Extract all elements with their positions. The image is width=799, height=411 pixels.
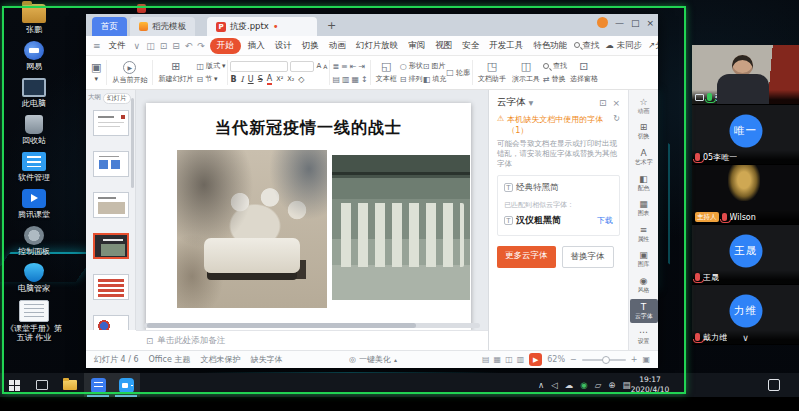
shrink-font-icon[interactable]: A (323, 63, 327, 70)
current-slide[interactable]: 当代新冠疫情一线的战士 (146, 103, 471, 330)
security-tray-icon[interactable]: ◉ (580, 380, 587, 390)
layout-button[interactable]: ◫版式▾ (196, 61, 225, 72)
action-center-icon[interactable] (768, 379, 780, 391)
underline-button[interactable]: U (248, 75, 254, 84)
share-button[interactable]: ↗分享 (648, 40, 658, 52)
paste-button[interactable]: ▣▾ (88, 57, 104, 88)
maximize-button[interactable]: □ (631, 18, 640, 28)
menu-file[interactable]: 文件 (106, 39, 129, 53)
meeting-taskbar-button[interactable] (112, 373, 140, 397)
menu-item[interactable]: 幻灯片放映 (353, 39, 402, 53)
play-from-current-button[interactable]: ▶ 从当前开始 (109, 57, 150, 88)
new-slide-button[interactable]: ⊞新建幻灯片 (155, 57, 196, 88)
menu-item[interactable]: 安全 (459, 39, 482, 53)
volume-icon[interactable]: ◁ (551, 380, 558, 390)
thumbnail-scrollbar[interactable] (131, 98, 134, 188)
font-color-button[interactable]: A (267, 74, 272, 85)
arrange-button[interactable]: ⊟排列 (400, 74, 423, 85)
refresh-icon[interactable]: ↻ (613, 114, 620, 123)
ribbon-find-button[interactable]: 查找 (543, 61, 567, 72)
menu-item[interactable]: 视图 (432, 39, 455, 53)
scrollbar-thumb[interactable] (147, 323, 416, 328)
quick-tool-icon[interactable]: ↷ (196, 41, 206, 51)
tab-document[interactable]: P 抗疫.pptx • (207, 17, 317, 36)
watercolor-painting-image[interactable] (177, 150, 327, 308)
indent-decrease-icon[interactable]: ⇤ (350, 62, 357, 71)
participant-tile[interactable]: 唯一 05李唯一 (692, 105, 799, 165)
close-button[interactable]: × (646, 18, 654, 28)
sidebar-tool-button[interactable]: ▣ 图库 (630, 248, 658, 273)
view-mode-icon[interactable]: ▥ (517, 355, 525, 364)
menu-item[interactable]: 动画 (326, 39, 349, 53)
new-tab-button[interactable]: + (327, 19, 336, 32)
zoom-out-button[interactable]: − (570, 355, 577, 364)
sidebar-tool-button[interactable]: A 艺术字 (630, 145, 658, 170)
sidebar-tool-button[interactable]: ☆ 动画 (630, 94, 658, 119)
superscript-button[interactable]: X² (276, 75, 283, 83)
zoom-in-button[interactable]: + (631, 355, 638, 364)
font-size-box[interactable] (290, 61, 314, 72)
missing-fonts-status[interactable]: 缺失字体 (250, 354, 282, 365)
desktop-icon[interactable]: 张鹏 (2, 4, 66, 34)
medical-team-photo-image[interactable] (332, 155, 470, 300)
shape-button[interactable]: ○形状 (400, 61, 423, 72)
sidebar-tool-button[interactable]: ▦ 图表 (630, 196, 658, 221)
bullet-list-icon[interactable]: ≣ (332, 62, 339, 71)
desktop-icon[interactable]: 腾讯课堂 (2, 189, 66, 219)
line-spacing-icon[interactable]: ↕ (361, 75, 368, 84)
more-cloud-fonts-button[interactable]: 更多云字体 (497, 246, 556, 268)
grow-font-icon[interactable]: A (316, 62, 321, 70)
align-center-icon[interactable]: ▥ (342, 75, 350, 84)
menu-item[interactable]: 插入 (245, 39, 268, 53)
network-icon[interactable]: ▱ (595, 380, 602, 390)
fullscreen-button[interactable]: ▣ (642, 355, 650, 364)
sidebar-tool-button[interactable]: ≡ 属性 (630, 222, 658, 247)
sidebar-tool-button[interactable]: ◧ 配色 (630, 171, 658, 196)
menu-item[interactable]: 特色功能 (530, 39, 570, 53)
align-right-icon[interactable]: ▦ (352, 75, 360, 84)
slide-thumbnail[interactable] (93, 151, 129, 177)
slide-title[interactable]: 当代新冠疫情一线的战士 (146, 118, 471, 139)
panel-dropdown-icon[interactable]: ▾ (529, 97, 534, 108)
tab-home[interactable]: 首页 (92, 17, 127, 36)
textbox-button[interactable]: ◱文本框 (373, 57, 400, 88)
desktop-icon[interactable]: 《课堂手册》第五讲 作业 (2, 300, 66, 342)
font-family-box[interactable] (230, 61, 288, 72)
slideshow-play-button[interactable]: ▶ (529, 353, 542, 366)
horizontal-scrollbar[interactable] (144, 323, 480, 328)
outline-button[interactable]: □轮廓 (446, 67, 470, 78)
panel-comment-icon[interactable]: ⊡ (599, 98, 607, 108)
user-avatar[interactable] (597, 17, 608, 28)
slide-thumbnail[interactable] (93, 315, 129, 330)
section-button[interactable]: ⊟节▾ (196, 74, 225, 85)
sidebar-tool-button[interactable]: T 云字体 (630, 299, 658, 324)
view-mode-icon[interactable]: ▤ (482, 355, 490, 364)
doc-assistant-button[interactable]: ◳文档助手 (475, 57, 509, 88)
tray-expand-icon[interactable]: ∧ (538, 380, 544, 390)
slide-thumbnail[interactable] (93, 110, 129, 136)
participant-tile[interactable]: 主持人 Wilson (692, 165, 799, 225)
minimize-button[interactable]: — (615, 18, 624, 28)
start-button[interactable] (0, 373, 28, 397)
picture-button[interactable]: ⊡图片 (423, 61, 447, 72)
strike-button[interactable]: S (258, 75, 263, 84)
burger-icon[interactable]: ≡ (92, 41, 102, 51)
quick-tool-icon[interactable]: ◫ (145, 41, 156, 51)
file-explorer-button[interactable] (56, 373, 84, 397)
ime-icon[interactable]: ⊕ (608, 380, 615, 390)
sync-status[interactable]: ☁ 未同步 (605, 40, 642, 52)
slide-thumbnail[interactable] (93, 274, 129, 300)
panel-collapse-chevron[interactable]: ∨ (742, 332, 749, 344)
sidebar-tool-button[interactable]: ⊞ 切换 (630, 120, 658, 145)
participant-tile[interactable]: 力维 戴力维 ∨ (692, 285, 799, 345)
cloud-tray-icon[interactable]: ☁ (565, 380, 574, 390)
indent-increase-icon[interactable]: ⇥ (359, 62, 366, 71)
fill-button[interactable]: ◧填充 (423, 74, 447, 85)
menu-item[interactable]: 设计 (272, 39, 295, 53)
italic-button[interactable]: I (241, 75, 244, 84)
theme-name[interactable]: Office 主题 (149, 354, 191, 365)
desktop-icon[interactable]: 电脑管家 (2, 263, 66, 293)
wps-taskbar-button[interactable] (84, 373, 112, 397)
tab-docer[interactable]: 稻壳模板 (130, 17, 195, 36)
desktop-icon[interactable]: 网易 (2, 41, 66, 71)
